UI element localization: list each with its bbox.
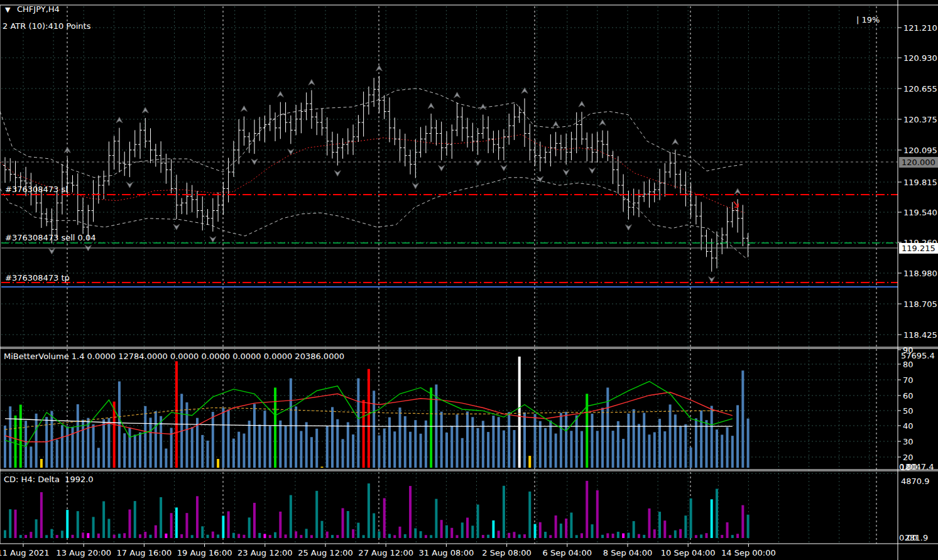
volume-bar [663,431,666,468]
fractal-down-icon [439,165,445,171]
delta-bar [123,533,126,538]
volume-bar [14,416,17,468]
delta-bar [435,499,437,538]
volume-bar [586,394,588,468]
delta-bar [144,532,146,538]
volume-bar [56,439,58,468]
delta-bar [9,509,11,538]
delta-bar [295,531,297,538]
delta-bar [269,535,271,538]
volume-bar [679,426,682,468]
volume-bar [30,446,32,468]
delta-bar [232,533,235,538]
volume-bar [534,414,537,468]
delta-bar [326,532,329,538]
fractal-up-icon [454,92,460,98]
delta-bar [373,514,375,538]
volume-bar [684,424,687,468]
delta-bar [544,532,547,538]
delta-bar [248,517,251,538]
delta-bar [217,534,219,538]
volume-bar [165,448,167,468]
delta-bar [414,529,417,538]
symbol-dropdown-icon[interactable]: ▼ [5,5,10,14]
delta-bar [285,534,287,538]
volume-bar [695,418,697,468]
volume-bar [258,424,261,468]
volume-bar [92,424,95,468]
volume-bar [523,412,526,468]
delta-bar [175,507,178,538]
delta-bar [102,501,105,538]
volume-axis-scale-label: 2047.4 [905,462,934,471]
delta-bar [342,508,344,538]
volume-bar [310,437,313,468]
time-axis-label: 17 Aug 16:00 [117,548,172,557]
price-axis-label: 118.705 [903,299,937,309]
volume-bar [648,434,650,468]
volume-bar [290,379,292,468]
volume-bar [466,411,469,468]
fractal-down-icon [48,249,55,254]
delta-bar [185,513,188,538]
volume-bar [150,417,152,468]
volume-bar [596,431,599,468]
takeprofit-line-label[interactable]: #376308473 tp [5,273,70,283]
time-axis-label: 27 Aug 12:00 [358,548,413,557]
volume-bar [643,413,645,468]
volume-bar [471,417,474,468]
delta-bar [399,527,401,538]
delta-bar [612,534,614,538]
volume-bar [711,406,713,468]
volume-bar [352,434,354,468]
delta-bar [320,521,323,538]
volume-bar [544,428,547,468]
delta-bar [300,535,302,538]
volume-bar [388,417,391,468]
delta-bar [4,530,6,538]
delta-bar [679,529,682,538]
fractal-down-icon [210,237,216,242]
volume-bar [201,435,204,468]
volume-bar [320,466,323,468]
delta-bar [113,535,116,538]
fractal-up-icon [116,117,123,123]
sell-position-label[interactable]: #376308473 sell 0.04 [5,233,96,242]
delta-bar [35,519,38,538]
volume-bar [617,421,619,468]
round-price-badge: 120.000 [899,157,938,168]
price-axis-label: 120.655 [903,84,937,94]
volume-bar [295,407,297,468]
delta-bar [653,529,656,538]
volume-bar [455,414,458,468]
delta-bar [736,534,739,538]
volume-bar [549,421,552,468]
delta-bar [741,505,744,538]
delta-bar [420,531,422,538]
delta-bar [721,535,723,538]
volume-bar [368,369,370,468]
delta-bar [50,529,53,538]
chart-canvas[interactable]: 121.210120.930120.655120.375120.095119.8… [0,0,938,560]
volume-bar [721,434,723,468]
delta-bar [290,495,292,538]
volume-bar [518,357,521,468]
volume-bar [716,429,718,468]
volume-axis-label: 60 [903,391,913,401]
mt4-chart-window[interactable]: 121.210120.930120.655120.375120.095119.8… [0,0,938,560]
fractal-up-icon [277,92,283,97]
fractal-up-icon [376,65,382,71]
delta-bar [539,522,542,538]
volume-bar [487,432,489,468]
time-axis-label: 11 Aug 2021 [0,548,50,557]
delta-bar [243,535,245,538]
volume-bar [347,423,349,468]
stoploss-line-label[interactable]: #376308473 sl [5,185,68,194]
symbol-period-label[interactable]: CHFJPY,H4 [17,4,60,14]
delta-bar [305,529,308,538]
delta-bar [352,529,354,538]
volume-bar [555,434,557,468]
delta-axis-max-label: 4870.9 [901,477,930,486]
delta-bar [492,520,494,538]
volume-bar [357,379,359,468]
